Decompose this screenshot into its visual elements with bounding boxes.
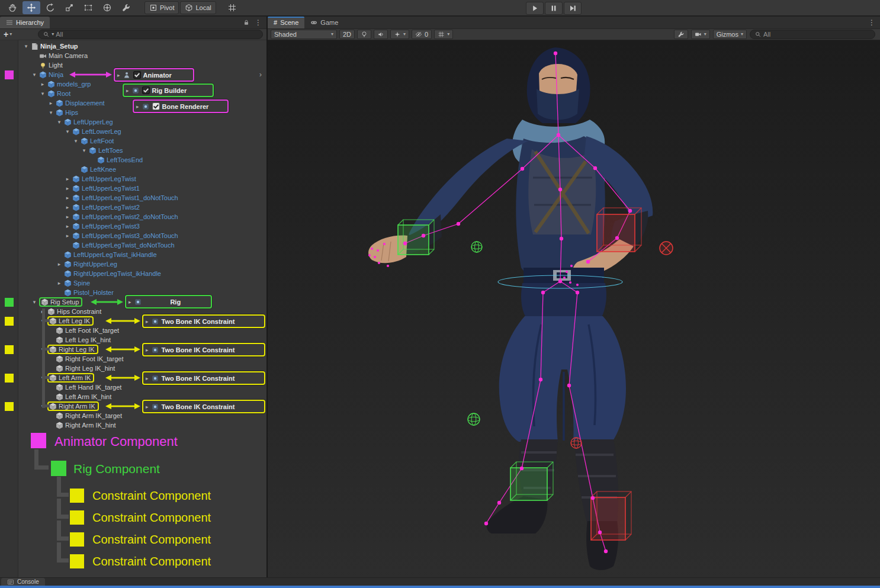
bone-joint[interactable]: [628, 209, 632, 213]
bone-joint[interactable]: [403, 242, 407, 245]
tab-game[interactable]: Game: [304, 17, 344, 28]
hierarchy-item-leftupperlegtwist3[interactable]: ▸LeftUpperLegTwist3: [19, 221, 266, 231]
hierarchy-item-leftupperlegtwist1-donottouch[interactable]: ▸LeftUpperLegTwist1_doNotTouch: [19, 193, 266, 203]
grid-visibility-dropdown[interactable]: ▾: [434, 30, 453, 39]
bone-joint[interactable]: [554, 52, 557, 55]
expander-closed-icon[interactable]: ▸: [63, 214, 72, 220]
left-leg-hint-gizmo[interactable]: [468, 413, 480, 425]
bone-joint[interactable]: [576, 291, 579, 294]
expander-open-icon[interactable]: ▾: [71, 138, 81, 144]
custom-tool-button[interactable]: [117, 1, 135, 14]
hierarchy-item-leftupperlegtwist-ikhandle[interactable]: LeftUpperLegTwist_ikHandle: [19, 250, 266, 259]
scene-canvas[interactable]: [268, 40, 880, 577]
bone-joint[interactable]: [604, 550, 608, 553]
prefab-open-chevron[interactable]: ›: [259, 70, 262, 79]
right-arm-hint-gizmo[interactable]: [660, 242, 673, 255]
bone-joint[interactable]: [484, 522, 488, 525]
grid-snapping-button[interactable]: [223, 1, 241, 14]
gizmos-dropdown[interactable]: Gizmos▾: [713, 30, 747, 39]
hierarchy-item-leftfoot[interactable]: ▾LeftFoot: [19, 136, 266, 146]
expander-closed-icon[interactable]: ▸: [54, 261, 64, 267]
expander-closed-icon[interactable]: ▸: [63, 223, 72, 229]
lighting-toggle-button[interactable]: [357, 30, 371, 39]
bone-joint[interactable]: [520, 467, 523, 470]
bone-joint[interactable]: [586, 260, 590, 264]
hierarchy-item-leftupperlegtwist1[interactable]: ▸LeftUpperLegTwist1: [19, 184, 266, 193]
move-tool-button[interactable]: [23, 1, 40, 14]
transform-tool-button[interactable]: [98, 1, 116, 14]
bone-joint[interactable]: [422, 234, 425, 237]
bone-joint[interactable]: [598, 531, 602, 534]
hierarchy-item-leftupperlegtwist-donottouch[interactable]: LeftUpperLegTwist_doNotTouch: [19, 240, 266, 250]
expander-open-icon[interactable]: ▾: [79, 147, 89, 153]
scene-viewport[interactable]: [268, 40, 880, 577]
finger-joint[interactable]: [576, 284, 579, 286]
effects-dropdown-button[interactable]: ▾: [390, 30, 409, 39]
hierarchy-item-spine[interactable]: ▸Spine: [19, 278, 266, 288]
audio-toggle-button[interactable]: [374, 30, 388, 39]
expander-open-icon[interactable]: ▾: [38, 91, 47, 97]
bone-joint[interactable]: [558, 279, 562, 283]
hierarchy-item-leftknee[interactable]: LeftKnee: [19, 165, 266, 174]
rect-tool-button[interactable]: [79, 1, 97, 14]
tab-hierarchy[interactable]: Hierarchy: [0, 17, 50, 28]
hierarchy-item-leftupperlegtwist2-donottouch[interactable]: ▸LeftUpperLegTwist2_doNotTouch: [19, 212, 266, 221]
2d-toggle-button[interactable]: 2D: [339, 30, 355, 39]
left-arm-hint-gizmo[interactable]: [471, 242, 482, 252]
pivot-toggle-button[interactable]: Pivot: [144, 1, 179, 14]
bone-joint[interactable]: [615, 236, 619, 240]
pause-button[interactable]: [545, 2, 563, 15]
hierarchy-item-leftupperlegtwist2[interactable]: ▸LeftUpperLegTwist2: [19, 203, 266, 212]
bone-joint[interactable]: [539, 378, 542, 381]
shading-mode-dropdown[interactable]: Shaded ▾: [271, 30, 337, 39]
expander-closed-icon[interactable]: ▸: [38, 81, 47, 87]
create-object-button[interactable]: +▾: [4, 30, 12, 39]
lock-icon[interactable]: [243, 19, 250, 26]
bone-joint[interactable]: [591, 496, 595, 500]
bone-joint[interactable]: [567, 384, 571, 387]
expander-closed-icon[interactable]: ▸: [63, 233, 72, 239]
expander-open-icon[interactable]: ▾: [30, 299, 39, 305]
finger-joint[interactable]: [377, 249, 379, 252]
hierarchy-item-leftupperlegtwist[interactable]: ▸LeftUpperLegTwist: [19, 174, 266, 184]
finger-joint[interactable]: [371, 248, 373, 250]
hierarchy-item-ninja-setup[interactable]: ▾Ninja_Setup: [19, 41, 266, 51]
finger-joint[interactable]: [368, 254, 371, 256]
expander-open-icon[interactable]: ▾: [63, 128, 72, 134]
finger-joint[interactable]: [383, 243, 386, 245]
finger-joint[interactable]: [387, 265, 389, 267]
expander-closed-icon[interactable]: ▸: [63, 195, 72, 201]
rotate-tool-button[interactable]: [41, 1, 59, 14]
bone-joint[interactable]: [558, 188, 562, 191]
scale-tool-button[interactable]: [60, 1, 78, 14]
finger-joint[interactable]: [570, 265, 573, 267]
finger-joint[interactable]: [374, 256, 376, 258]
expander-open-icon[interactable]: ▾: [46, 110, 56, 115]
step-button[interactable]: [564, 2, 582, 15]
hierarchy-item-leftlowerleg[interactable]: ▾LeftLowerLeg: [19, 127, 266, 136]
finger-joint[interactable]: [566, 271, 568, 273]
hierarchy-item-leftupperleg[interactable]: ▾LeftUpperLeg: [19, 117, 266, 127]
hierarchy-item-rightupperlegtwist-ikhandle[interactable]: RightUpperLegTwist_ikHandle: [19, 269, 266, 278]
bone-joint[interactable]: [521, 167, 524, 171]
scene-camera-dropdown[interactable]: ▾: [691, 30, 710, 39]
local-toggle-button[interactable]: Local: [180, 1, 216, 14]
finger-joint[interactable]: [569, 281, 571, 284]
search-filter-caret-icon[interactable]: ▾: [52, 32, 54, 37]
scene-menu-icon[interactable]: ⋮: [868, 18, 875, 27]
finger-joint[interactable]: [563, 277, 566, 279]
bone-joint[interactable]: [497, 501, 501, 505]
expander-open-icon[interactable]: ▾: [21, 43, 31, 49]
hierarchy-item-main-camera[interactable]: Main Camera: [19, 51, 266, 60]
left-hand-ik-effector[interactable]: [398, 220, 434, 255]
right-hand-ik-effector[interactable]: [597, 208, 641, 252]
expander-closed-icon[interactable]: ▸: [63, 176, 72, 182]
hand-tool-button[interactable]: [4, 1, 21, 14]
bone-joint[interactable]: [541, 291, 545, 294]
expander-closed-icon[interactable]: ▸: [63, 204, 72, 210]
hierarchy-item-lefttoesend[interactable]: LeftToesEnd: [19, 155, 266, 165]
tab-console[interactable]: Console: [1, 578, 45, 586]
hierarchy-item-lefttoes[interactable]: ▾LeftToes: [19, 146, 266, 155]
bone-joint[interactable]: [557, 133, 560, 137]
hierarchy-menu-icon[interactable]: ⋮: [255, 18, 262, 27]
